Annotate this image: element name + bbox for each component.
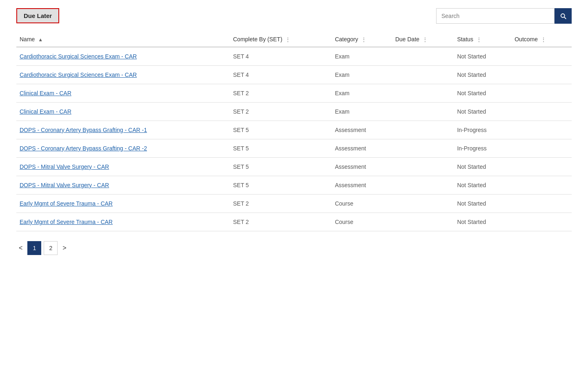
cell-category: Exam — [332, 47, 392, 66]
cell-category: Exam — [332, 103, 392, 121]
cell-due-date — [392, 176, 454, 195]
cell-complete-by: SET 4 — [230, 47, 332, 66]
cell-name: Cardiothoracic Surgical Sciences Exam - … — [16, 66, 230, 84]
cell-category: Assessment — [332, 158, 392, 176]
row-name-link[interactable]: DOPS - Coronary Artery Bypass Grafting -… — [20, 145, 147, 152]
pagination-next[interactable]: > — [60, 243, 69, 253]
sort-icon-due-date: ⋮ — [423, 37, 428, 43]
table-header: Name ▲ Complete By (SET) ⋮ Category ⋮ Du… — [16, 32, 572, 47]
cell-outcome — [511, 66, 572, 84]
cell-status: In-Progress — [454, 121, 511, 139]
table-row: Early Mgmt of Severe Trauma - CARSET 2Co… — [16, 213, 572, 231]
cell-due-date — [392, 195, 454, 213]
cell-name: DOPS - Coronary Artery Bypass Grafting -… — [16, 121, 230, 139]
pagination-page-1[interactable]: 1 — [27, 241, 41, 255]
sort-icon-complete-by: ⋮ — [285, 37, 290, 43]
col-header-status[interactable]: Status ⋮ — [454, 32, 511, 47]
cell-name: Early Mgmt of Severe Trauma - CAR — [16, 195, 230, 213]
table-row: Cardiothoracic Surgical Sciences Exam - … — [16, 47, 572, 66]
row-name-link[interactable]: Early Mgmt of Severe Trauma - CAR — [20, 200, 113, 207]
search-button[interactable] — [555, 8, 572, 24]
cell-due-date — [392, 66, 454, 84]
pagination: < 1 2 > — [16, 241, 572, 255]
sort-icon-name: ▲ — [38, 37, 43, 43]
cell-outcome — [511, 176, 572, 195]
row-name-link[interactable]: Clinical Exam - CAR — [20, 108, 71, 115]
cell-category: Assessment — [332, 176, 392, 195]
row-name-link[interactable]: DOPS - Mitral Valve Surgery - CAR — [20, 182, 109, 188]
col-header-name[interactable]: Name ▲ — [16, 32, 230, 47]
data-table: Name ▲ Complete By (SET) ⋮ Category ⋮ Du… — [16, 32, 572, 231]
cell-outcome — [511, 195, 572, 213]
cell-status: Not Started — [454, 103, 511, 121]
cell-category: Exam — [332, 66, 392, 84]
cell-category: Assessment — [332, 139, 392, 158]
pagination-prev[interactable]: < — [16, 243, 25, 253]
table-row: DOPS - Coronary Artery Bypass Grafting -… — [16, 121, 572, 139]
col-header-due-date[interactable]: Due Date ⋮ — [392, 32, 454, 47]
cell-outcome — [511, 103, 572, 121]
table-body: Cardiothoracic Surgical Sciences Exam - … — [16, 47, 572, 231]
cell-status: Not Started — [454, 84, 511, 103]
cell-status: Not Started — [454, 176, 511, 195]
cell-outcome — [511, 47, 572, 66]
table-row: DOPS - Mitral Valve Surgery - CARSET 5As… — [16, 158, 572, 176]
cell-status: In-Progress — [454, 139, 511, 158]
cell-outcome — [511, 213, 572, 231]
cell-name: Early Mgmt of Severe Trauma - CAR — [16, 213, 230, 231]
cell-status: Not Started — [454, 47, 511, 66]
due-later-button[interactable]: Due Later — [16, 8, 59, 23]
search-input[interactable] — [436, 8, 555, 24]
sort-icon-category: ⋮ — [361, 37, 366, 43]
col-header-outcome[interactable]: Outcome ⋮ — [511, 32, 572, 47]
row-name-link[interactable]: Clinical Exam - CAR — [20, 90, 71, 96]
cell-name: DOPS - Mitral Valve Surgery - CAR — [16, 158, 230, 176]
cell-status: Not Started — [454, 195, 511, 213]
cell-complete-by: SET 2 — [230, 84, 332, 103]
top-bar: Due Later — [16, 8, 572, 24]
cell-name: Cardiothoracic Surgical Sciences Exam - … — [16, 47, 230, 66]
cell-due-date — [392, 121, 454, 139]
search-container — [436, 8, 572, 24]
cell-status: Not Started — [454, 158, 511, 176]
table-row: Clinical Exam - CARSET 2ExamNot Started — [16, 84, 572, 103]
cell-outcome — [511, 139, 572, 158]
cell-name: Clinical Exam - CAR — [16, 84, 230, 103]
cell-complete-by: SET 5 — [230, 121, 332, 139]
row-name-link[interactable]: Cardiothoracic Surgical Sciences Exam - … — [20, 53, 137, 60]
cell-due-date — [392, 103, 454, 121]
cell-complete-by: SET 4 — [230, 66, 332, 84]
cell-complete-by: SET 2 — [230, 103, 332, 121]
cell-status: Not Started — [454, 66, 511, 84]
page-container: Due Later Name ▲ Complete By (SET) ⋮ Cat… — [0, 0, 588, 271]
cell-name: Clinical Exam - CAR — [16, 103, 230, 121]
table-row: DOPS - Mitral Valve Surgery - CARSET 5As… — [16, 176, 572, 195]
sort-icon-outcome: ⋮ — [541, 37, 546, 43]
row-name-link[interactable]: DOPS - Mitral Valve Surgery - CAR — [20, 163, 109, 170]
table-row: DOPS - Coronary Artery Bypass Grafting -… — [16, 139, 572, 158]
cell-category: Course — [332, 213, 392, 231]
cell-due-date — [392, 158, 454, 176]
table-row: Clinical Exam - CARSET 2ExamNot Started — [16, 103, 572, 121]
cell-outcome — [511, 121, 572, 139]
cell-complete-by: SET 5 — [230, 139, 332, 158]
cell-complete-by: SET 5 — [230, 176, 332, 195]
cell-due-date — [392, 139, 454, 158]
col-header-complete-by[interactable]: Complete By (SET) ⋮ — [230, 32, 332, 47]
cell-outcome — [511, 84, 572, 103]
table-row: Early Mgmt of Severe Trauma - CARSET 2Co… — [16, 195, 572, 213]
cell-name: DOPS - Coronary Artery Bypass Grafting -… — [16, 139, 230, 158]
col-header-category[interactable]: Category ⋮ — [332, 32, 392, 47]
cell-complete-by: SET 2 — [230, 213, 332, 231]
cell-status: Not Started — [454, 213, 511, 231]
search-icon — [559, 12, 567, 20]
row-name-link[interactable]: DOPS - Coronary Artery Bypass Grafting -… — [20, 127, 147, 133]
table-row: Cardiothoracic Surgical Sciences Exam - … — [16, 66, 572, 84]
cell-due-date — [392, 84, 454, 103]
sort-icon-status: ⋮ — [477, 37, 481, 43]
row-name-link[interactable]: Early Mgmt of Severe Trauma - CAR — [20, 219, 113, 225]
pagination-page-2[interactable]: 2 — [44, 241, 58, 255]
cell-name: DOPS - Mitral Valve Surgery - CAR — [16, 176, 230, 195]
row-name-link[interactable]: Cardiothoracic Surgical Sciences Exam - … — [20, 72, 137, 78]
cell-due-date — [392, 213, 454, 231]
